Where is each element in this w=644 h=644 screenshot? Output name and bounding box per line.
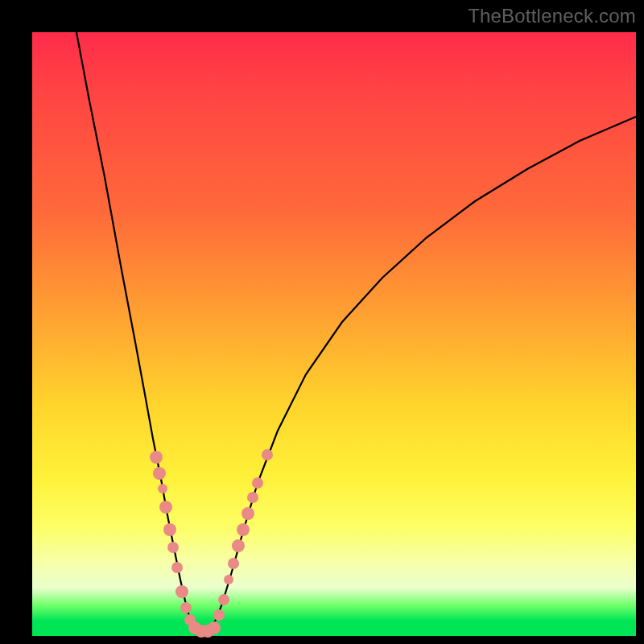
data-marker <box>158 484 167 493</box>
curve-right-branch <box>203 117 636 632</box>
outer-frame: TheBottleneck.com <box>0 0 644 644</box>
data-marker <box>159 501 172 514</box>
data-marker <box>150 451 163 464</box>
data-marker <box>208 621 221 634</box>
data-marker <box>237 523 250 536</box>
data-marker <box>232 539 245 552</box>
scatter-markers <box>150 449 273 638</box>
watermark-text: TheBottleneck.com <box>468 5 636 27</box>
data-marker <box>180 602 192 613</box>
data-marker <box>252 477 263 489</box>
data-marker <box>228 558 239 569</box>
data-marker <box>213 609 225 621</box>
data-marker <box>242 507 254 520</box>
data-marker <box>218 594 229 605</box>
data-marker <box>224 575 233 584</box>
data-marker <box>153 467 166 480</box>
data-marker <box>171 562 183 573</box>
plot-area <box>32 32 636 636</box>
data-marker <box>163 523 176 536</box>
data-marker <box>247 492 258 503</box>
data-marker <box>262 449 273 460</box>
chart-svg <box>32 32 636 636</box>
data-marker <box>167 542 179 553</box>
curve-left-branch <box>76 32 203 632</box>
data-marker <box>175 585 188 598</box>
